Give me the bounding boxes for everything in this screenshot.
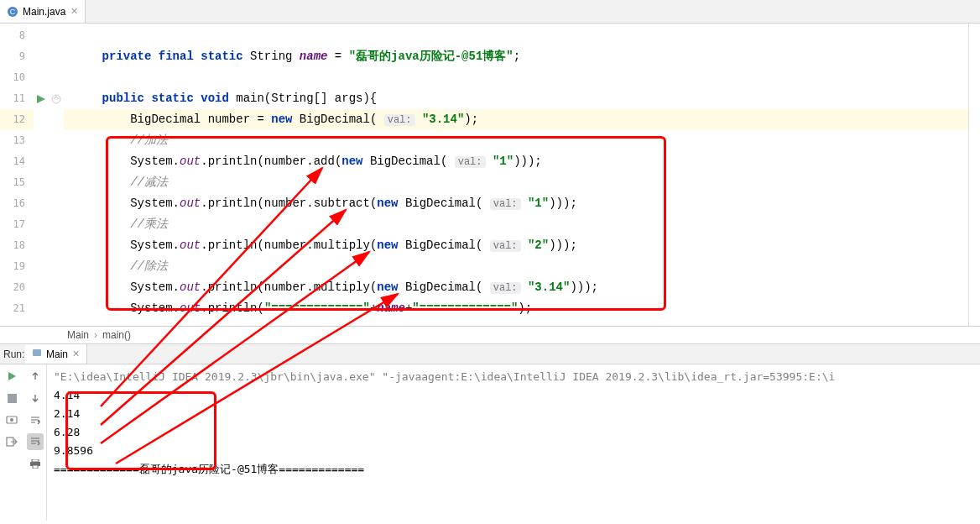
code-line-17[interactable]: //乘法: [64, 214, 968, 235]
scroll-up-button[interactable]: [27, 368, 44, 385]
scroll-to-end-button[interactable]: [27, 433, 44, 450]
code-line-18[interactable]: System.out.println(number.multiply(new B…: [64, 235, 968, 256]
dump-threads-button[interactable]: [3, 411, 20, 428]
run-tab-main[interactable]: Main ✕: [25, 344, 87, 364]
code-line-19[interactable]: //除法: [64, 256, 968, 277]
scroll-down-button[interactable]: [27, 390, 44, 406]
svg-rect-4: [33, 349, 41, 356]
breadcrumb: Main › main(): [0, 326, 980, 344]
code-line-14[interactable]: System.out.println(number.add(new BigDec…: [64, 151, 968, 172]
run-toolbar-primary: [0, 364, 23, 521]
svg-marker-5: [8, 372, 16, 380]
marker-gutter: [49, 24, 64, 326]
console-line: 9.8596: [54, 442, 973, 460]
editor-tab-main[interactable]: C Main.java ✕: [0, 0, 86, 23]
run-main-icon[interactable]: [34, 88, 49, 109]
editor-marker-strip: [968, 24, 980, 326]
svg-point-8: [10, 418, 13, 422]
code-line-13[interactable]: //加法: [64, 130, 968, 151]
chevron-right-icon: ›: [94, 329, 97, 341]
code-line-21[interactable]: System.out.println("============="+name+…: [64, 298, 968, 319]
code-line-20[interactable]: System.out.println(number.multiply(new B…: [64, 277, 968, 298]
svg-rect-10: [32, 459, 39, 462]
rerun-button[interactable]: [3, 368, 20, 385]
console-output[interactable]: "E:\idea\IntelliJ IDEA 2019.2.3\jbr\bin\…: [47, 364, 980, 521]
code-line-10[interactable]: [64, 67, 968, 88]
close-icon[interactable]: ✕: [72, 348, 80, 359]
run-label: Run:: [0, 346, 25, 363]
tab-filename: Main.java: [23, 6, 65, 18]
run-config-icon: [32, 348, 42, 360]
breadcrumb-class[interactable]: Main: [67, 329, 89, 341]
java-class-icon: C: [7, 6, 18, 18]
code-line-15[interactable]: //减法: [64, 172, 968, 193]
console-line: 4.14: [54, 386, 973, 405]
console-line: 6.28: [54, 423, 973, 442]
run-toolbar-secondary: [23, 364, 47, 521]
stop-button[interactable]: [3, 390, 20, 406]
code-line-12[interactable]: BigDecimal number = new BigDecimal( val:…: [64, 109, 968, 130]
run-tab-name: Main: [46, 348, 68, 360]
breadcrumb-method[interactable]: main(): [102, 329, 131, 341]
svg-text:C: C: [10, 8, 16, 16]
method-separator-icon: [49, 88, 64, 109]
code-body[interactable]: private final static String name = "磊哥的j…: [64, 24, 968, 326]
code-editor[interactable]: 8 9 10 11 12 13 14 15 16 17 18 19 20 21: [0, 24, 980, 326]
svg-marker-2: [37, 95, 45, 103]
console-line: 2.14: [54, 405, 973, 423]
run-tab-bar: Run: Main ✕: [0, 344, 980, 364]
console-line: =============磊哥的java历险记-@51博客===========…: [54, 460, 973, 479]
code-line-16[interactable]: System.out.println(number.subtract(new B…: [64, 193, 968, 214]
print-button[interactable]: [27, 455, 44, 472]
svg-rect-12: [33, 465, 38, 469]
soft-wrap-button[interactable]: [27, 411, 44, 428]
code-line-9[interactable]: private final static String name = "磊哥的j…: [64, 46, 968, 67]
run-panel: Run: Main ✕: [0, 344, 980, 521]
code-line-8[interactable]: [64, 25, 968, 46]
console-command: "E:\idea\IntelliJ IDEA 2019.2.3\jbr\bin\…: [54, 368, 973, 386]
editor-tab-bar: C Main.java ✕: [0, 0, 980, 24]
code-line-11[interactable]: public static void main(String[] args){: [64, 88, 968, 109]
svg-rect-6: [8, 394, 17, 403]
run-gutter: [34, 24, 49, 326]
exit-button[interactable]: [3, 433, 20, 450]
line-number-gutter: 8 9 10 11 12 13 14 15 16 17 18 19 20 21: [0, 24, 34, 326]
close-icon[interactable]: ✕: [70, 8, 78, 16]
